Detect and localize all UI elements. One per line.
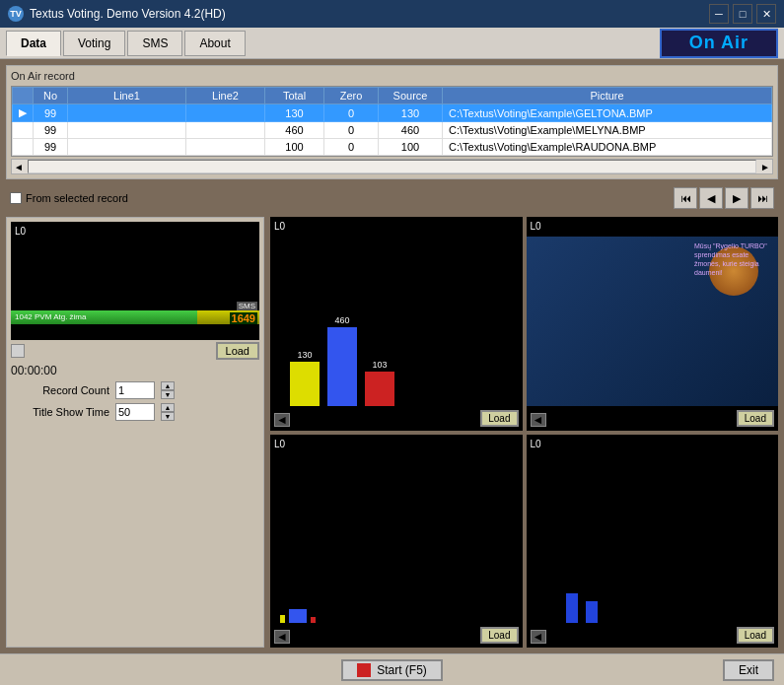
main-content: On Air record No Line1 Line2 Total Zero … <box>0 59 784 685</box>
decorative-image: Mūsų "Rygelio TURBO" sprendimas esate žm… <box>527 237 779 406</box>
exit-button[interactable]: Exit <box>723 659 774 681</box>
sms-badge: SMS <box>237 302 257 310</box>
on-air-button[interactable]: On Air <box>660 29 778 58</box>
col-line2: Line2 <box>186 88 265 104</box>
table-row[interactable]: 99 100 0 100 C:\Textus\Voting\Example\RA… <box>13 139 772 156</box>
record-count-input[interactable] <box>115 381 155 399</box>
chart4-prev-btn[interactable]: ◄ <box>531 630 546 644</box>
scrollbar-track[interactable] <box>28 160 756 173</box>
app-icon: TV <box>8 6 24 22</box>
preview-load-button[interactable]: Load <box>216 342 259 360</box>
row-picture: C:\Textus\Voting\Example\RAUDONA.BMP <box>443 139 772 156</box>
bar-blue-label: 460 <box>334 315 349 325</box>
record-count-up[interactable]: ▲ <box>161 381 175 390</box>
row-arrow: ▶ <box>13 104 34 122</box>
row-no: 99 <box>34 122 68 139</box>
row-line2 <box>186 122 265 139</box>
row-source: 100 <box>379 139 443 156</box>
record-count-row: Record Count ▲ ▼ <box>11 381 259 399</box>
start-button[interactable]: Start (F5) <box>341 659 443 681</box>
nav-first-button[interactable]: ⏮ <box>674 187 697 209</box>
close-button[interactable]: ✕ <box>756 4 776 24</box>
bar-red-item: 103 <box>365 360 394 406</box>
nav-last-button[interactable]: ⏭ <box>750 187 774 209</box>
title-show-down[interactable]: ▼ <box>161 412 175 421</box>
table-wrapper[interactable]: No Line1 Line2 Total Zero Source Picture… <box>11 86 773 157</box>
from-selected-label: From selected record <box>26 192 128 204</box>
nav-play-button[interactable]: ▶ <box>725 187 748 209</box>
table-row[interactable]: ▶ 99 130 0 130 C:\Textus\Voting\Example\… <box>13 104 772 122</box>
title-show-spinners: ▲ ▼ <box>161 403 175 421</box>
bottom-panels: L0 1042 PVM Atg. žima SMS 1649 Load 00:0… <box>6 217 778 648</box>
bar-yellow-item: 130 <box>290 350 320 406</box>
tab-data[interactable]: Data <box>6 31 61 56</box>
title-show-up[interactable]: ▲ <box>161 403 175 412</box>
controls-row: From selected record ⏮ ◀ ▶ ⏭ <box>6 185 778 211</box>
chart1-label: L0 <box>274 221 285 232</box>
chart2-label: L0 <box>531 221 541 232</box>
start-icon <box>357 663 371 677</box>
col-arrow <box>13 88 34 104</box>
row-zero: 0 <box>324 122 379 139</box>
from-selected-checkbox[interactable] <box>10 192 22 204</box>
col-zero: Zero <box>324 88 379 104</box>
bar-yellow <box>290 362 320 406</box>
chart2-prev-btn[interactable]: ◄ <box>531 413 546 427</box>
chart4-load-button[interactable]: Load <box>737 627 774 644</box>
row-picture: C:\Textus\Voting\Example\MELYNA.BMP <box>443 122 772 139</box>
chart3-prev-btn[interactable]: ◄ <box>274 630 290 644</box>
action-bar: Start (F5) Exit <box>0 653 784 685</box>
bar-blue <box>327 327 357 406</box>
row-picture: C:\Textus\Voting\Example\GELTONA.BMP <box>443 104 772 122</box>
title-bar-left: TV Textus Voting. Demo Version 4.2(HD) <box>8 6 226 22</box>
menu-bar: Data Voting SMS About On Air <box>0 28 784 59</box>
mini-bar-3 <box>311 617 316 623</box>
maximize-button[interactable]: □ <box>733 4 752 24</box>
nav-prev-button[interactable]: ◀ <box>699 187 723 209</box>
bar-red <box>365 372 394 406</box>
window-controls: ─ □ ✕ <box>709 4 776 24</box>
chart1-load-button[interactable]: Load <box>480 410 518 427</box>
title-show-label: Title Show Time <box>11 406 109 418</box>
right-panel: L0 130 460 103 <box>270 217 778 648</box>
start-label: Start (F5) <box>377 663 427 677</box>
mini-bar-5 <box>586 601 598 623</box>
bar-yellow-label: 130 <box>297 350 312 360</box>
col-source: Source <box>379 88 443 104</box>
chart3-label: L0 <box>274 439 285 449</box>
row-source: 460 <box>379 122 443 139</box>
chart4-bars <box>566 574 769 623</box>
row-total: 130 <box>265 104 324 122</box>
minimize-button[interactable]: ─ <box>709 4 729 24</box>
chart2-image: Mūsų "Rygelio TURBO" sprendimas esate žm… <box>527 237 779 406</box>
tab-voting[interactable]: Voting <box>63 31 125 56</box>
nav-buttons: ⏮ ◀ ▶ ⏭ <box>674 187 774 209</box>
row-line2 <box>186 104 265 122</box>
preview-checkbox[interactable] <box>11 344 25 358</box>
record-count-down[interactable]: ▼ <box>161 390 175 399</box>
scroll-left-btn[interactable]: ◄ <box>12 162 26 172</box>
row-line1 <box>68 139 186 156</box>
row-zero: 0 <box>324 104 379 122</box>
bar-red-label: 103 <box>372 360 387 370</box>
tab-about[interactable]: About <box>184 31 245 56</box>
preview-area: L0 1042 PVM Atg. žima SMS 1649 <box>11 222 259 340</box>
title-show-input[interactable] <box>115 403 155 421</box>
chart1-prev-btn[interactable]: ◄ <box>274 413 290 427</box>
tab-sms[interactable]: SMS <box>127 31 182 56</box>
chart3-load-button[interactable]: Load <box>480 627 518 644</box>
row-line2 <box>186 139 265 156</box>
table-row[interactable]: 99 460 0 460 C:\Textus\Voting\Example\ME… <box>13 122 772 139</box>
data-table: No Line1 Line2 Total Zero Source Picture… <box>12 87 772 156</box>
col-no: No <box>34 88 68 104</box>
scroll-right-btn[interactable]: ► <box>758 162 772 172</box>
chart-cell-4: L0 ◄ Load <box>527 435 779 649</box>
chart2-load-button[interactable]: Load <box>737 410 774 427</box>
row-source: 130 <box>379 104 443 122</box>
horizontal-scrollbar[interactable]: ◄ ► <box>11 159 773 174</box>
row-arrow <box>13 122 34 139</box>
from-selected-row: From selected record <box>10 192 128 204</box>
preview-label: L0 <box>15 226 26 237</box>
mini-bar-4 <box>566 593 578 623</box>
chart4-label: L0 <box>531 439 541 449</box>
